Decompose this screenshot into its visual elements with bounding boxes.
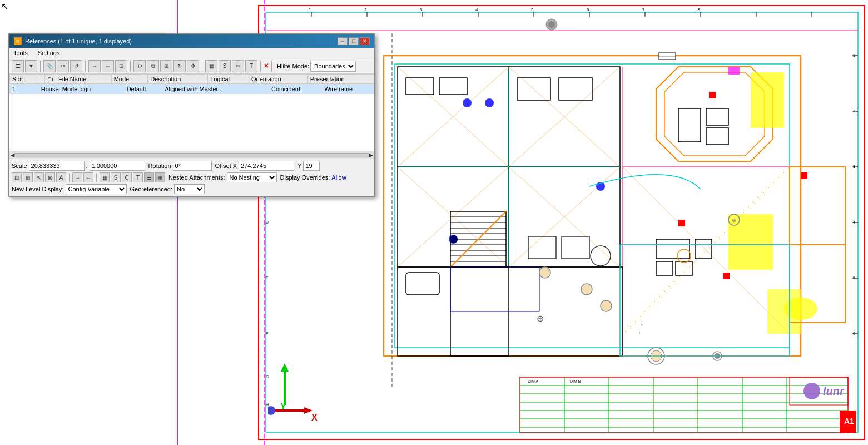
cell-flag1 <box>23 85 31 94</box>
svg-rect-77 <box>801 172 807 179</box>
scrollbar-track[interactable] <box>14 153 369 157</box>
cell-filename: House_Model.dgn <box>38 85 124 94</box>
toolbar-btn-clip[interactable]: ✄ <box>232 60 244 72</box>
svg-text:8: 8 <box>698 7 701 12</box>
toolbar-btn-move-left[interactable]: ← <box>102 60 114 72</box>
cell-slot: 1 <box>10 85 23 94</box>
georeferenced-select[interactable]: No Yes <box>174 184 205 194</box>
col-logical: Logical <box>208 75 249 84</box>
svg-text:E: E <box>266 276 269 280</box>
toolbar-btn-reload[interactable]: ↺ <box>70 60 82 72</box>
x-axis-arrow: X <box>268 399 318 428</box>
toolbar-btn-symbology[interactable]: S <box>219 60 231 72</box>
horizontal-scrollbar[interactable]: ◀ ▶ <box>9 151 374 159</box>
col-orientation: Orientation <box>249 75 307 84</box>
bottom-btn-2[interactable]: ⊞ <box>23 172 33 182</box>
col-flag1 <box>36 75 45 84</box>
svg-marker-155 <box>281 363 289 372</box>
toolbar-sep-3 <box>130 61 131 72</box>
bottom-btn-9[interactable]: S <box>111 172 121 182</box>
nested-attachments-select[interactable]: No Nesting Live Nesting Copy Attachments <box>227 172 277 182</box>
svg-text:↓: ↓ <box>638 330 641 335</box>
nested-attachments-group: Nested Attachments: No Nesting Live Nest… <box>168 172 277 182</box>
scroll-left-arrow[interactable]: ◀ <box>11 152 14 158</box>
rotation-input[interactable] <box>173 161 212 171</box>
bottom-btn-7[interactable]: ← <box>83 172 93 182</box>
offset-y-label: Y <box>297 162 301 169</box>
scale-label: Scale <box>12 162 27 169</box>
toolbar-btn-down[interactable]: ▼ <box>25 60 37 72</box>
svg-point-70 <box>463 98 472 107</box>
toolbar-btn-detach[interactable]: ✂ <box>57 60 69 72</box>
svg-text:2: 2 <box>853 109 855 113</box>
toolbar-btn-attach[interactable]: 📎 <box>43 60 56 72</box>
offset-y-input[interactable] <box>303 161 320 171</box>
bottom-btn-1[interactable]: ⊡ <box>12 172 22 182</box>
dialog-title-left: R References (1 of 1 unique, 1 displayed… <box>14 37 132 45</box>
bottom-btn-4[interactable]: ⊠ <box>45 172 55 182</box>
bottom-sep-1 <box>69 173 70 182</box>
maximize-button[interactable]: □ <box>349 37 359 45</box>
bottom-btn-8[interactable]: ▦ <box>100 172 110 182</box>
svg-text:4: 4 <box>853 220 855 224</box>
svg-text:DIM B: DIM B <box>570 379 581 383</box>
svg-point-152 <box>450 235 458 243</box>
svg-text:⊕: ⊕ <box>537 314 544 323</box>
cell-logical <box>261 85 269 94</box>
bottom-row-2: ⊡ ⊞ ↖ ⊠ A → ← ▦ S C T ☰ ⊕ Nested Attachm… <box>12 172 372 182</box>
scale-input[interactable] <box>29 161 85 171</box>
offset-x-input[interactable] <box>239 161 294 171</box>
georeferenced-group: Georeferenced: No Yes <box>130 184 205 194</box>
dialog-toolbar: ☰ ▼ 📎 ✂ ↺ → ← ⊡ ⚙ ⧉ ⊞ ↻ ✥ ▦ S ✄ T ✕ H <box>9 58 374 74</box>
scroll-right-arrow[interactable]: ▶ <box>369 152 373 158</box>
col-filename: File Name <box>56 75 112 84</box>
toolbar-btn-move[interactable]: ✥ <box>187 60 199 72</box>
close-button[interactable]: ✕ <box>360 37 370 45</box>
svg-text:A1: A1 <box>844 417 854 426</box>
svg-text:5: 5 <box>853 276 855 280</box>
scale-ratio-input[interactable] <box>90 161 145 171</box>
hilite-mode-select[interactable]: Boundaries None Hilite <box>310 61 356 72</box>
references-data-table: 1 House_Model.dgn Default Aligned with M… <box>9 84 374 94</box>
dialog-title-text: References (1 of 1 unique, 1 displayed) <box>25 38 132 44</box>
svg-rect-66 <box>751 72 784 128</box>
toolbar-btn-fit[interactable]: ⊡ <box>115 60 127 72</box>
svg-point-109 <box>539 267 550 278</box>
new-level-display-select[interactable]: Config Variable Always Load Never Load <box>66 184 127 194</box>
dialog-icon: R <box>14 37 22 45</box>
bottom-btn-5[interactable]: A <box>56 172 66 182</box>
menu-settings[interactable]: Settings <box>36 49 62 57</box>
bottom-btn-6[interactable]: → <box>72 172 82 182</box>
table-row[interactable]: 1 House_Model.dgn Default Aligned with M… <box>10 85 374 94</box>
toolbar-btn-text[interactable]: T <box>245 60 257 72</box>
svg-point-143 <box>548 21 555 28</box>
bottom-btn-3[interactable]: ↖ <box>34 172 44 182</box>
toolbar-btn-levels[interactable]: ▦ <box>205 60 217 72</box>
svg-text:lunr: lunr <box>823 385 845 397</box>
svg-point-71 <box>485 98 494 107</box>
dialog-controls: − □ ✕ <box>338 37 370 45</box>
table-container: Slot 🗀 File Name Model Description Logic… <box>9 74 374 159</box>
menu-tools[interactable]: Tools <box>12 49 29 57</box>
svg-text:6: 6 <box>853 332 855 335</box>
toolbar-btn-move-right[interactable]: → <box>88 60 101 72</box>
bottom-btn-11[interactable]: T <box>133 172 143 182</box>
rotation-field-group: Rotation <box>148 161 212 171</box>
minimize-button[interactable]: − <box>338 37 348 45</box>
svg-text:1: 1 <box>309 7 311 12</box>
toolbar-btn-settings2[interactable]: ⚙ <box>133 60 146 72</box>
toolbar-btn-rotate[interactable]: ↻ <box>173 60 186 72</box>
offset-x-label: Offset X <box>215 162 237 169</box>
toolbar-btn-copy[interactable]: ⧉ <box>147 60 159 72</box>
cell-presentation: Wireframe <box>322 85 374 94</box>
svg-rect-151 <box>728 67 740 75</box>
bottom-sep-2 <box>96 173 97 182</box>
toolbar-btn-list[interactable]: ☰ <box>12 60 24 72</box>
toolbar-btn-scale[interactable]: ⊞ <box>160 60 172 72</box>
display-overrides-value: Allow <box>331 174 346 181</box>
references-dialog: R References (1 of 1 unique, 1 displayed… <box>8 33 375 197</box>
bottom-btn-10[interactable]: C <box>122 172 132 182</box>
bottom-btn-12[interactable]: ☰ <box>144 172 154 182</box>
table-scroll-area[interactable]: 1 House_Model.dgn Default Aligned with M… <box>9 84 374 151</box>
bottom-btn-13[interactable]: ⊕ <box>155 172 165 182</box>
